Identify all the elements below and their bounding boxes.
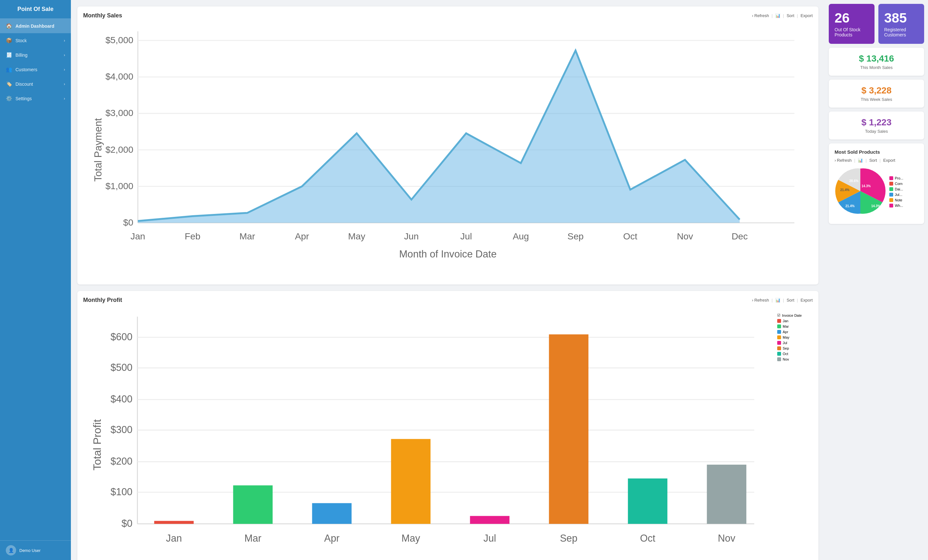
svg-text:Oct: Oct [640, 533, 655, 543]
bar-oct [628, 479, 668, 524]
monthly-sales-chart: Total Payment $0 $1,000 $2,000 $3,000 $4… [83, 22, 813, 279]
most-sold-legend: Pro... Corn Dai... Jul... [889, 176, 903, 208]
svg-text:Apr: Apr [295, 231, 309, 241]
chart-title: Monthly Sales [83, 12, 122, 19]
refresh-button[interactable]: › Refresh [752, 298, 769, 302]
separator: | [797, 13, 798, 18]
refresh-button[interactable]: › Refresh [752, 13, 769, 18]
svg-text:Jan: Jan [130, 231, 145, 241]
customers-icon: 👥 [6, 66, 12, 73]
chart-header: Monthly Sales › Refresh | 📊 | Sort | Exp… [83, 12, 813, 19]
chart-header: Monthly Profit › Refresh | 📊 | Sort | Ex… [83, 297, 813, 304]
bar-may [391, 439, 431, 524]
this-week-label: This Week Sales [835, 97, 918, 102]
sidebar-item-billing[interactable]: 🧾 Billing › [0, 48, 71, 62]
today-amount: $ 1,223 [835, 117, 918, 128]
sidebar-item-customers[interactable]: 👥 Customers › [0, 62, 71, 77]
export-button[interactable]: Export [883, 158, 896, 163]
separator: | [797, 298, 798, 302]
sort-button[interactable]: Sort [786, 13, 794, 18]
chart-header: Most Sold Products [835, 149, 918, 155]
this-month-value: 13,416 [867, 53, 894, 64]
dollar-prefix: $ [861, 85, 869, 95]
svg-text:$600: $600 [110, 331, 133, 342]
legend-item: Mar [777, 325, 813, 328]
sidebar-item-settings[interactable]: ⚙️ Settings › [0, 91, 71, 106]
chart-icon: 📊 [775, 13, 780, 18]
registered-customers-label: Registered Customers [884, 27, 918, 37]
this-month-sales-card: $ 13,416 This Month Sales [829, 48, 924, 76]
dollar-prefix: $ [859, 53, 867, 64]
today-label: Today Sales [835, 129, 918, 134]
top-stat-cards: 26 Out Of Stock Products 385 Registered … [829, 4, 924, 44]
svg-text:Jul: Jul [483, 533, 496, 543]
out-of-stock-card: 26 Out Of Stock Products [829, 4, 875, 44]
svg-text:Nov: Nov [677, 231, 693, 241]
sidebar: Point Of Sale 🏠 Admin Dashboard 📦 Stock … [0, 0, 71, 560]
sidebar-item-stock[interactable]: 📦 Stock › [0, 33, 71, 48]
bar-jan [154, 521, 194, 524]
export-button[interactable]: Export [800, 13, 813, 18]
sort-button[interactable]: Sort [786, 298, 794, 302]
svg-text:$0: $0 [122, 518, 133, 529]
sort-button[interactable]: Sort [869, 158, 877, 163]
sidebar-item-discount[interactable]: 🏷️ Discount › [0, 77, 71, 91]
chart-icon: 📊 [775, 298, 780, 302]
svg-text:$300: $300 [110, 424, 133, 435]
svg-text:Feb: Feb [185, 231, 200, 241]
legend-item: Apr [777, 330, 813, 334]
profit-chart-container: Total Profit $0 $100 $200 [83, 307, 813, 560]
svg-text:Apr: Apr [324, 533, 340, 544]
sidebar-item-label: Billing [15, 52, 27, 58]
svg-text:14.3%: 14.3% [871, 204, 880, 208]
svg-text:Oct: Oct [623, 231, 637, 241]
chart-actions: › Refresh | 📊 | Sort | Export [752, 298, 813, 302]
separator: | [771, 13, 772, 18]
svg-text:$1,000: $1,000 [105, 181, 133, 191]
separator: | [783, 298, 784, 302]
right-panel: 26 Out Of Stock Products 385 Registered … [825, 0, 928, 560]
svg-text:$100: $100 [110, 486, 133, 497]
sidebar-item-admin-dashboard[interactable]: 🏠 Admin Dashboard [0, 19, 71, 33]
profit-chart-svg-container: Total Profit $0 $100 $200 [83, 307, 774, 560]
legend-item: Nov [777, 357, 813, 361]
svg-text:$400: $400 [110, 394, 133, 404]
svg-marker-14 [138, 50, 740, 223]
export-button[interactable]: Export [800, 298, 813, 302]
legend-item: May [777, 336, 813, 339]
bar-apr [312, 503, 352, 524]
svg-text:Mar: Mar [244, 533, 261, 543]
refresh-button[interactable]: › Refresh [835, 158, 852, 163]
svg-text:Jun: Jun [404, 231, 419, 241]
chart-icon: 📊 [858, 158, 863, 163]
legend-item: Jul... [889, 193, 903, 197]
svg-text:Sep: Sep [560, 533, 577, 544]
svg-text:Aug: Aug [513, 231, 529, 241]
chart-actions: › Refresh | 📊 | Sort | Export [835, 158, 918, 163]
chart-title: Most Sold Products [835, 149, 880, 155]
chart-title: Monthly Profit [83, 297, 122, 304]
svg-text:May: May [401, 533, 420, 544]
this-week-value: 3,228 [869, 85, 891, 95]
legend-item: Corn [889, 182, 903, 186]
bar-jul [470, 516, 510, 524]
sales-svg: Total Payment $0 $1,000 $2,000 $3,000 $4… [83, 22, 813, 278]
main-content: Monthly Sales › Refresh | 📊 | Sort | Exp… [71, 0, 928, 560]
svg-text:Total Profit: Total Profit [91, 419, 103, 471]
today-sales-card: $ 1,223 Today Sales [829, 111, 924, 139]
svg-text:Jul: Jul [461, 231, 472, 241]
legend-item: ☑ Invoice Date [777, 313, 813, 317]
svg-text:14.3%: 14.3% [862, 184, 871, 188]
svg-text:Sep: Sep [568, 231, 583, 241]
sidebar-item-label: Stock [15, 38, 27, 43]
out-of-stock-number: 26 [835, 10, 869, 26]
svg-text:$200: $200 [110, 456, 133, 467]
settings-icon: ⚙️ [6, 95, 12, 102]
legend-item: Jul [777, 341, 813, 345]
stock-icon: 📦 [6, 37, 12, 44]
registered-customers-number: 385 [884, 10, 918, 26]
sidebar-user: 👤 Demo User [0, 540, 71, 560]
svg-text:28.6%: 28.6% [849, 179, 858, 183]
svg-text:Dec: Dec [731, 231, 748, 241]
monthly-sales-card: Monthly Sales › Refresh | 📊 | Sort | Exp… [77, 6, 818, 284]
